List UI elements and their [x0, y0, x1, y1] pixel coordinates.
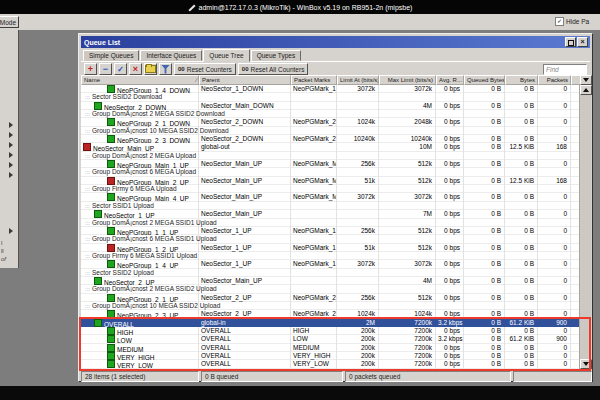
- comment-row[interactable]: :::Group DomÃ¡cnost 2 MEGA Upload: [81, 152, 579, 160]
- cell-limit: 51k: [337, 244, 379, 252]
- submenu-arrow-icon[interactable]: [9, 122, 13, 128]
- queue-status-icon: [107, 310, 115, 318]
- comment-row[interactable]: :::Group DomÃ¡cnost 2 MEGA SSID1 Upload: [81, 219, 579, 227]
- queue-row[interactable]: VERY_HIGHOVERALLVERY_HIGH200k7200k0 bps0…: [81, 352, 579, 360]
- comment-row[interactable]: :::Group DomÃ¡cnost 6 MEGA SSID1 Upload: [81, 235, 579, 243]
- cell-avg: 0 bps: [436, 310, 464, 318]
- scroll-down-button[interactable]: [580, 359, 592, 369]
- queue-row[interactable]: OVERALLglobal-in2M7200k3.2 kbps0 B61.2 K…: [81, 319, 579, 327]
- queue-row[interactable]: NeoPGroup_2_1_UPNeoSector_2_UPNeoPGMark_…: [81, 294, 579, 302]
- cell-bytes: 0 B: [505, 244, 538, 252]
- queue-status-icon: [94, 102, 102, 110]
- cell-filler: [571, 102, 579, 110]
- disable-button[interactable]: ×: [129, 63, 142, 75]
- tab-queue-types[interactable]: Queue Types: [251, 50, 302, 61]
- queue-row[interactable]: NeoPGroup_Main_2_UPNeoSector_Main_UPNeoP…: [81, 177, 579, 185]
- reset-all-counters-button[interactable]: 00 Reset All Counters: [238, 63, 309, 75]
- queue-row[interactable]: MEDIUMOVERALLMEDIUM200k7200k0 bps0 B0 B0: [81, 344, 579, 352]
- sidebar-text-fragment: l: [1, 240, 2, 246]
- comment-row[interactable]: :::Sector SSID2 Upload: [81, 269, 579, 277]
- filter-button[interactable]: [159, 63, 172, 75]
- column-header-limit-at[interactable]: Limit At (bits/s): [337, 75, 379, 85]
- cell-filler: [571, 160, 579, 168]
- queue-row[interactable]: VERY_LOWOVERALLVERY_LOW200k7200k0 bps0 B…: [81, 360, 579, 368]
- queue-row[interactable]: HIGHOVERALLHIGH200k7200k0 bps0 B0 B0: [81, 327, 579, 335]
- queue-row[interactable]: NeoSector_1_UPNeoSector_Main_UP7M0 bps0 …: [81, 210, 579, 218]
- comment-button[interactable]: [144, 63, 157, 75]
- maximize-button[interactable]: [565, 37, 576, 47]
- comment-overlay: :::Group DomÃ¡cnost 2 MEGA SSID2 Upload: [85, 285, 505, 293]
- cell-avg: 0 bps: [436, 294, 464, 302]
- queue-status-icon: [107, 160, 115, 168]
- queue-row[interactable]: NeoPGroup_2_1_DOWNNeoSector_2_DOWNNeoPGM…: [81, 118, 579, 126]
- cell-parent: NeoSector_Main_UP: [199, 277, 291, 285]
- tab-interface-queues[interactable]: Interface Queues: [140, 50, 202, 61]
- cell-bytes: 0 B: [505, 135, 538, 143]
- comment-row[interactable]: :::Group Firmy 6 MEGA SSID1 Upload: [81, 252, 579, 260]
- column-selector-button[interactable]: [580, 75, 592, 85]
- queue-row[interactable]: NeoPGroup_Main_1_UPNeoSector_Main_UPNeoP…: [81, 160, 579, 168]
- column-header-name[interactable]: Name∕: [81, 75, 199, 85]
- find-input[interactable]: [543, 64, 587, 75]
- comment-row[interactable]: :::Group DomÃ¡cnost 10 MEGA SSID2 Downlo…: [81, 127, 579, 135]
- tab-queue-tree[interactable]: Queue Tree: [203, 49, 249, 62]
- queue-row[interactable]: NeoPGroup_1_2_UPNeoSector_1_UPNeoPGMark_…: [81, 244, 579, 252]
- submenu-arrow-icon[interactable]: [9, 172, 13, 178]
- comment-row[interactable]: :::Group DomÃ¡cnost 6 MEGA Upload: [81, 168, 579, 176]
- cell-parent: NeoSector_Main_UP: [199, 210, 291, 218]
- close-button[interactable]: ×: [577, 37, 588, 47]
- comment-row[interactable]: :::Group DomÃ¡cnost 2 MEGA SSID2 Upload: [81, 285, 579, 293]
- column-header-avg-rate[interactable]: Avg. R...: [436, 75, 464, 85]
- comment-overlay: :::Group Firmy 6 MEGA SSID1 Upload: [85, 252, 505, 260]
- window-titlebar[interactable]: Queue List ×: [81, 36, 590, 48]
- comment-row[interactable]: :::Group Firmy 6 MEGA Upload: [81, 185, 579, 193]
- cell-bytes: 0 B: [505, 327, 538, 335]
- comment-row[interactable]: :::Sector SSID2 Download: [81, 93, 579, 101]
- add-button[interactable]: +: [84, 63, 97, 75]
- comment-marker-icon: :::: [85, 186, 90, 192]
- enable-button[interactable]: ✓: [114, 63, 127, 75]
- cell-parent: OVERALL: [199, 360, 291, 368]
- queue-name: NeoPGroup_2_3_UP: [117, 312, 178, 319]
- column-header-queued-bytes[interactable]: Queued Bytes: [464, 75, 505, 85]
- cell-packets: 0: [538, 118, 571, 126]
- submenu-arrow-icon[interactable]: [9, 132, 13, 138]
- queue-row[interactable]: NeoPGroup_Main_4_UPNeoSector_Main_UPNeoP…: [81, 193, 579, 201]
- cell-limit: [337, 143, 379, 151]
- comment-row[interactable]: :::Group DomÃ¡cnost 2 MEGA SSID2 Downloa…: [81, 110, 579, 118]
- comment-row[interactable]: :::Sector SSID1 Upload: [81, 202, 579, 210]
- queue-row[interactable]: NeoPGroup_1_1_UPNeoSector_1_UPNeoPGMark_…: [81, 227, 579, 235]
- hide-passwords-control[interactable]: ✓ Hide Pa: [555, 17, 589, 26]
- scroll-up-button[interactable]: [580, 85, 592, 95]
- cell-filler: [571, 235, 579, 243]
- safe-mode-button[interactable]: Mode: [0, 16, 19, 28]
- vertical-scrollbar[interactable]: [579, 85, 591, 369]
- queue-row[interactable]: NeoPGroup_1_4_UPNeoSector_1_UPNeoPGMark_…: [81, 260, 579, 268]
- queue-row[interactable]: NeoSector_2_UPNeoSector_Main_UP4M0 bps0 …: [81, 277, 579, 285]
- tab-simple-queues[interactable]: Simple Queues: [83, 50, 139, 61]
- queue-row[interactable]: NeoSector_2_DOWNNeoSector_Main_DOWN4M0 b…: [81, 102, 579, 110]
- queue-row[interactable]: LOWOVERALLLOW200k7200k3.2 kbps0 B61.2 Ki…: [81, 335, 579, 343]
- column-header-bytes[interactable]: Bytes: [505, 75, 538, 85]
- queue-status-icon: [94, 277, 102, 285]
- column-header-packets[interactable]: Packets: [538, 75, 571, 85]
- submenu-arrow-icon[interactable]: [9, 228, 13, 234]
- submenu-arrow-icon[interactable]: [9, 162, 13, 168]
- cell-packets: [538, 285, 571, 293]
- comment-row[interactable]: :::Group DomÃ¡cnost 10 MEGA SSID2 Upload: [81, 302, 579, 310]
- column-header-parent[interactable]: Parent: [199, 75, 291, 85]
- reset-counters-button[interactable]: 00 Reset Counters: [174, 63, 236, 75]
- cell-packets: 0: [538, 352, 571, 360]
- submenu-arrow-icon[interactable]: [9, 152, 13, 158]
- queue-row[interactable]: NeoPGroup_2_3_UPNeoSector_2_UPNeoPGMark_…: [81, 310, 579, 318]
- remove-button[interactable]: −: [99, 63, 112, 75]
- column-header-packet-marks[interactable]: Packet Marks: [291, 75, 337, 85]
- queue-row[interactable]: NeoPGroup_1_4_DOWNNeoSector_1_DOWNNeoPGM…: [81, 85, 579, 93]
- column-header-max-limit[interactable]: Max Limit (bits/s): [379, 75, 436, 85]
- submenu-arrow-icon[interactable]: [9, 142, 13, 148]
- hide-passwords-checkbox[interactable]: ✓: [555, 17, 564, 26]
- sidebar-text-fragment: of: [1, 256, 6, 262]
- cell-packets: [538, 235, 571, 243]
- queue-row[interactable]: NeoSector_Main_UPglobal-out10M0 bps0 B12…: [81, 143, 579, 151]
- queue-row[interactable]: NeoPGroup_2_3_DOWNNeoSector_2_DOWNNeoPGM…: [81, 135, 579, 143]
